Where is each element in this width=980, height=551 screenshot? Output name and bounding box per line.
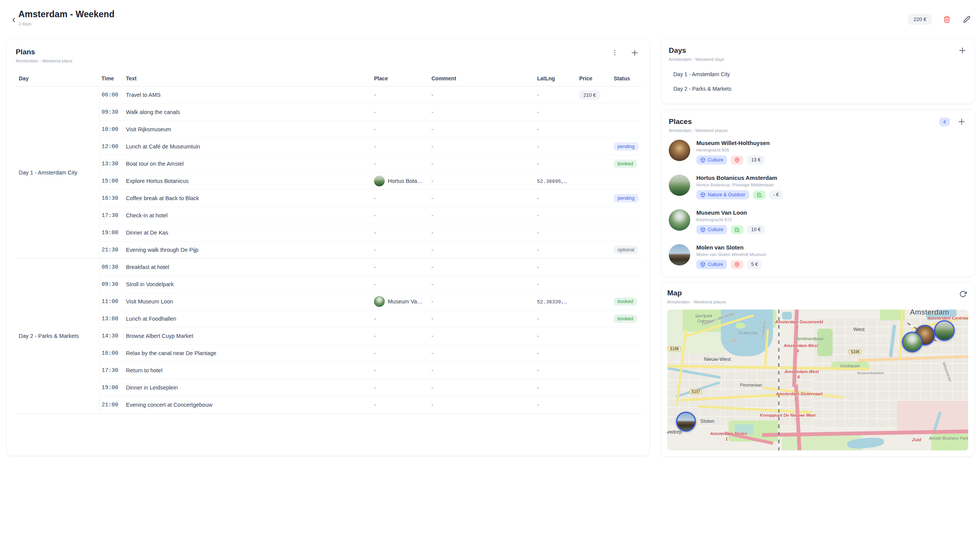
map-label: Amstel Business Park [929, 436, 968, 440]
plan-price [577, 207, 611, 224]
map-label: Sloterplas [738, 330, 758, 336]
top-header: Amsterdam - Weekend 2 days 220 € [0, 0, 980, 34]
plan-row[interactable]: 10:00Visit Rijksmuseum--- [16, 121, 641, 138]
map-label: Sportpark [695, 313, 712, 318]
plan-row[interactable]: 11:00Visit Museum LoonMuseum Va…-52.3633… [16, 293, 641, 310]
plan-row[interactable]: 09:30Walk along the canals--- [16, 104, 641, 121]
plan-comment: - [429, 396, 535, 414]
place-item[interactable]: Museum Van Loon Keizersgracht 672 Cultur… [669, 209, 967, 234]
place-address: Keizersgracht 672 [696, 217, 764, 222]
checked-badge [731, 225, 743, 234]
page-title: Amsterdam - Weekend [18, 9, 114, 20]
status-badge: booked [614, 160, 637, 168]
plan-time: 14:30 [99, 328, 124, 345]
delete-trip-button[interactable] [942, 15, 952, 24]
plan-place: Hortus Bota… [372, 173, 429, 190]
plan-place: - [372, 155, 429, 173]
plan-latlng: - [535, 276, 577, 293]
day-group-label: Day 2 - Parks & Markets [16, 259, 99, 414]
plan-latlng: - [535, 259, 577, 276]
day-list-item[interactable]: Day 1 - Amsterdam City [669, 67, 967, 82]
plan-time: 08:30 [99, 259, 124, 276]
plan-time: 13:00 [99, 310, 124, 328]
plan-row[interactable]: 12:00Lunch at Café de Museumtuin---pendi… [16, 138, 641, 155]
plan-row[interactable]: 19:00Dinner at De Kas--- [16, 224, 641, 241]
back-button[interactable] [8, 15, 19, 25]
plans-header: Plans Amsterdam - Weekend plans [16, 48, 640, 63]
map-label: S107 [689, 389, 702, 394]
category-badge: Nature & Outdoor [696, 190, 749, 199]
trip-page: Amsterdam - Weekend 2 days 220 € Plans A… [0, 0, 980, 551]
days-title: Days [669, 46, 967, 55]
place-photo [374, 296, 385, 307]
plan-status [611, 276, 641, 293]
plan-latlng: - [535, 224, 577, 241]
place-item[interactable]: Museum Willet-Holthuysen Herengracht 605… [669, 140, 967, 165]
header-actions: 220 € [908, 14, 972, 25]
plan-latlng: - [535, 155, 577, 173]
map-card: Map Amsterdam - Weekend places [661, 282, 975, 457]
plan-comment: - [429, 362, 535, 379]
plan-row[interactable]: 21:00Evening concert at Concertgebouw--- [16, 396, 641, 414]
map-label: S106 [849, 349, 861, 354]
plan-row[interactable]: Day 2 - Parks & Markets08:30Breakfast at… [16, 259, 641, 276]
plan-comment: - [429, 190, 535, 207]
plan-text: Check-in at hotel [124, 207, 372, 224]
plan-row[interactable]: 13:30Boat tour on the Amstel---booked [16, 155, 641, 173]
place-item[interactable]: Molen van Sloten Molen van Sloten Windmi… [669, 244, 967, 269]
plan-row[interactable]: 19:00Dinner in Leidseplein--- [16, 379, 641, 396]
plan-price [577, 190, 611, 207]
plan-row[interactable]: 13:00Lunch at Foodhallen---booked [16, 310, 641, 328]
column-header-status: Status [611, 72, 641, 86]
plan-row[interactable]: 15:00Explore Hortus BotanicusHortus Bota… [16, 173, 641, 190]
add-day-button[interactable] [958, 46, 967, 55]
status-badge: pending [614, 194, 639, 202]
plan-price [577, 259, 611, 276]
edit-trip-button[interactable] [962, 15, 972, 24]
kebab-menu-icon [611, 49, 618, 56]
plan-comment: - [429, 173, 535, 190]
plus-icon [957, 117, 966, 126]
price-badge: - € [769, 190, 783, 199]
map-place-marker-hortus[interactable] [934, 320, 955, 341]
place-photo [669, 209, 690, 231]
map-refresh-button[interactable] [959, 290, 967, 298]
map-water [782, 312, 792, 320]
map-place-marker-molen[interactable] [676, 412, 696, 432]
map-label: Plesmanlaan [740, 383, 762, 387]
place-photo [669, 174, 690, 196]
place-photo [669, 244, 690, 266]
plan-status [611, 345, 641, 362]
plans-menu-button[interactable] [610, 48, 620, 58]
plan-place: - [372, 104, 429, 121]
plan-row[interactable]: 16:30Coffee break at Back to Black---pen… [16, 190, 641, 207]
map-label: 1 [725, 437, 728, 441]
plan-status [611, 379, 641, 396]
plan-row[interactable]: 17:30Return to hotel--- [16, 362, 641, 379]
page-subtitle: 2 days [18, 21, 114, 26]
map-canvas[interactable]: AmsterdamAmsterdam CentraalSportparkOokm… [667, 310, 968, 450]
add-plan-button[interactable] [630, 48, 640, 58]
plan-text: Travel to AMS [124, 86, 372, 104]
day-list-item[interactable]: Day 2 - Parks & Markets [669, 82, 967, 96]
plan-row[interactable]: 21:30Evening walk through De Pijp---opti… [16, 241, 641, 259]
add-place-button[interactable] [957, 117, 967, 127]
plan-row[interactable]: Day 1 - Amsterdam City06:00Travel to AMS… [16, 86, 641, 104]
plan-row[interactable]: 17:30Check-in at hotel--- [16, 207, 641, 224]
cube-icon [700, 262, 706, 267]
plan-row[interactable]: 14:30Browse Albert Cuyp Market--- [16, 328, 641, 345]
plan-latlng: - [535, 328, 577, 345]
plan-comment: - [429, 379, 535, 396]
plan-row[interactable]: 16:00Relax by the canal near De Plantage… [16, 345, 641, 362]
plan-status [611, 328, 641, 345]
plan-row[interactable]: 09:30Stroll in Vondelpark--- [16, 276, 641, 293]
days-card: Days Amsterdam - Weekend days Day 1 - Am… [661, 38, 975, 104]
place-item[interactable]: Hortus Botanicus Amsterdam Hortus Botani… [669, 174, 967, 199]
plan-price [577, 241, 611, 259]
map-place-marker-vanloon[interactable] [902, 332, 923, 352]
check-square-icon [757, 192, 762, 197]
plan-place: - [372, 310, 429, 328]
plan-latlng: 52.36339,… [535, 293, 577, 310]
plan-time: 19:00 [99, 224, 124, 241]
plan-comment: - [429, 224, 535, 241]
